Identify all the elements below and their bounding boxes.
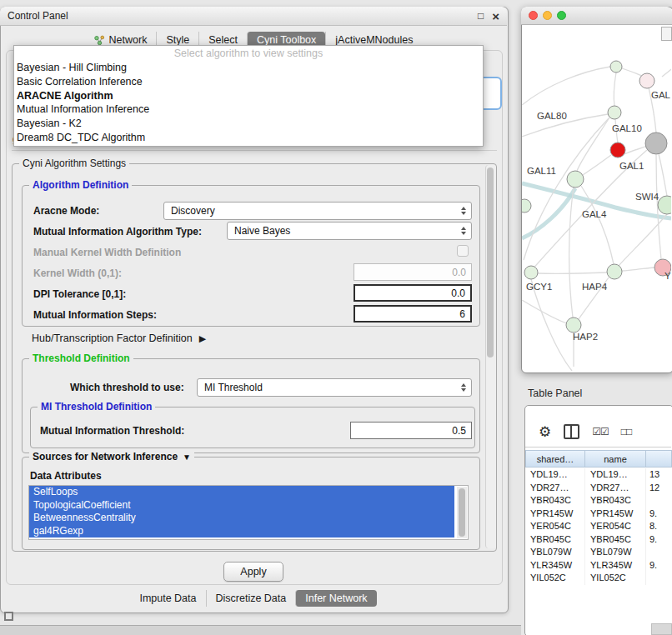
- table-row[interactable]: YBR043CYBR043C: [525, 494, 672, 508]
- network-node-gcy1[interactable]: [524, 266, 538, 279]
- column-header-name[interactable]: name: [585, 450, 646, 468]
- tab-label: Style: [166, 34, 189, 46]
- cell: YBR045C: [525, 533, 585, 547]
- tab-infer-network[interactable]: Infer Network: [295, 590, 376, 607]
- dropdown-item-selected[interactable]: ARACNE Algorithm: [14, 89, 483, 103]
- dropdown-item[interactable]: Dream8 DC_TDC Algorithm: [14, 131, 483, 145]
- toolbar-divider: [525, 447, 671, 448]
- zoom-traffic-light[interactable]: [557, 11, 566, 20]
- table-row[interactable]: YBR045CYBR045C9.: [525, 533, 672, 547]
- dropdown-item[interactable]: Bayesian - K2: [14, 117, 483, 131]
- cell: YIL052C: [525, 572, 585, 585]
- kernel-width-label: Kernel Width (0,1):: [33, 268, 122, 279]
- tab-label: Network: [109, 34, 148, 46]
- settings-scrollbar-thumb[interactable]: [487, 168, 494, 358]
- dropdown-item[interactable]: Mutual Information Inference: [14, 102, 483, 117]
- network-window-titlebar[interactable]: [521, 7, 672, 25]
- expand-right-icon: ▶: [199, 333, 206, 344]
- network-node[interactable]: [645, 132, 667, 154]
- stepper-arrows-icon: [461, 227, 466, 235]
- cell: YDL19…: [525, 468, 585, 482]
- manual-kernel-width-checkbox: [457, 245, 469, 257]
- network-node[interactable]: [608, 106, 621, 119]
- expand-down-icon: ▼: [183, 452, 191, 462]
- table-row[interactable]: YER054CYER054C8.: [525, 520, 672, 533]
- cell: [646, 546, 672, 559]
- control-panel-titlebar[interactable]: Control Panel □ ×: [0, 7, 507, 26]
- aracne-mode-select[interactable]: Discovery: [163, 202, 472, 220]
- kernel-width-field: 0.0: [354, 263, 472, 281]
- cell: YDR27…: [525, 482, 585, 495]
- stepper-arrows-icon: [461, 207, 466, 215]
- attribute-item-selected[interactable]: gal4RGexp: [29, 525, 454, 538]
- dropdown-item[interactable]: Bayesian - Hill Climbing: [14, 61, 483, 75]
- network-node[interactable]: [658, 196, 671, 214]
- network-node-gal10[interactable]: [610, 142, 625, 158]
- node-label: GAL80: [537, 111, 567, 121]
- column-header-shared-name[interactable]: shared…: [525, 450, 585, 468]
- gear-icon[interactable]: ⚙: [539, 425, 551, 439]
- network-node[interactable]: [522, 199, 531, 212]
- cell: YBL079W: [585, 546, 646, 559]
- dpi-tolerance-field[interactable]: 0.0: [354, 284, 472, 302]
- network-scrollbar-button[interactable]: [661, 27, 672, 41]
- table-panel-title: Table Panel: [528, 388, 582, 399]
- which-threshold-label: Which threshold to use:: [70, 382, 184, 393]
- dropdown-prompt: Select algorithm to view settings: [14, 46, 483, 61]
- table-row[interactable]: YLR345WYLR345W9.: [525, 559, 672, 572]
- which-threshold-select[interactable]: MI Threshold: [197, 378, 472, 397]
- algorithm-dropdown-popup: Select algorithm to view settings Bayesi…: [13, 45, 484, 147]
- cell: YBR043C: [525, 494, 585, 508]
- network-node-gal1[interactable]: [567, 171, 584, 188]
- float-window-button[interactable]: □: [478, 10, 484, 22]
- mi-steps-field[interactable]: 6: [354, 305, 472, 322]
- network-canvas[interactable]: GAL80 GAL10 GAL11 GAL1 SWI4 GAL4 GCY1 HA…: [522, 25, 671, 371]
- column-selector-icon[interactable]: [564, 424, 579, 439]
- table-row[interactable]: YDR27…YDR27…12: [525, 482, 672, 495]
- table-row[interactable]: YDL19…YDL19…13: [525, 468, 672, 482]
- deselect-all-icon[interactable]: □□: [621, 426, 632, 438]
- bottom-status-strip: [0, 625, 521, 635]
- attributes-scrollbar[interactable]: [457, 487, 467, 538]
- tab-label: jActiveMNodules: [335, 34, 413, 46]
- table-row[interactable]: YIL052CYIL052C: [525, 572, 672, 585]
- attribute-item-selected[interactable]: SelfLoops: [29, 486, 454, 499]
- hub-definition-expander[interactable]: Hub/Transcription Factor Definition ▶: [32, 332, 206, 344]
- mi-algorithm-type-select[interactable]: Naive Bayes: [227, 222, 472, 240]
- minimized-panel-icon[interactable]: [4, 612, 13, 621]
- mi-threshold-field[interactable]: 0.5: [350, 422, 472, 439]
- dropdown-item[interactable]: Basic Correlation Inference: [14, 75, 483, 89]
- table-row[interactable]: YPR145WYPR145W9.: [525, 508, 672, 521]
- column-header-partial[interactable]: [646, 450, 672, 468]
- apply-button[interactable]: Apply: [223, 562, 283, 582]
- network-node[interactable]: [610, 61, 622, 72]
- data-attributes-list[interactable]: SelfLoops TopologicalCoefficient Between…: [28, 485, 469, 540]
- network-node[interactable]: [639, 73, 654, 88]
- minimize-traffic-light[interactable]: [543, 11, 552, 20]
- select-all-icon[interactable]: ☑☑: [592, 426, 609, 438]
- table-row[interactable]: YBL079WYBL079W: [525, 546, 672, 559]
- attribute-item-selected[interactable]: BetweennessCentrality: [29, 512, 454, 525]
- attribute-item-selected[interactable]: TopologicalCoefficient: [29, 499, 454, 512]
- close-window-button[interactable]: ×: [492, 10, 499, 22]
- tab-impute-data[interactable]: Impute Data: [130, 590, 205, 607]
- dpi-tolerance-label: DPI Tolerance [0,1]:: [33, 288, 126, 300]
- tab-discretize-data[interactable]: Discretize Data: [206, 590, 296, 607]
- table-scroll-corner[interactable]: [651, 623, 672, 635]
- which-threshold-value: MI Threshold: [204, 382, 263, 393]
- cell: YLR345W: [585, 559, 646, 572]
- node-label: GAL: [651, 90, 671, 100]
- mi-algorithm-type-label: Mutual Information Algorithm Type:: [33, 226, 202, 238]
- network-node-hap4[interactable]: [607, 264, 622, 279]
- attributes-scrollbar-thumb[interactable]: [459, 488, 465, 537]
- tab-label: Select: [208, 34, 238, 46]
- threshold-definition-title: Threshold Definition: [29, 352, 133, 364]
- close-traffic-light[interactable]: [529, 11, 538, 20]
- network-node-hap2[interactable]: [566, 318, 581, 332]
- mi-algorithm-type-value: Naive Bayes: [234, 225, 290, 237]
- cell: [646, 494, 672, 508]
- stepper-arrows-icon: [461, 383, 466, 392]
- sources-expander[interactable]: Sources for Network Inference ▼: [29, 451, 194, 462]
- cell: 9.: [646, 508, 672, 521]
- obscured-group-border: [12, 150, 497, 151]
